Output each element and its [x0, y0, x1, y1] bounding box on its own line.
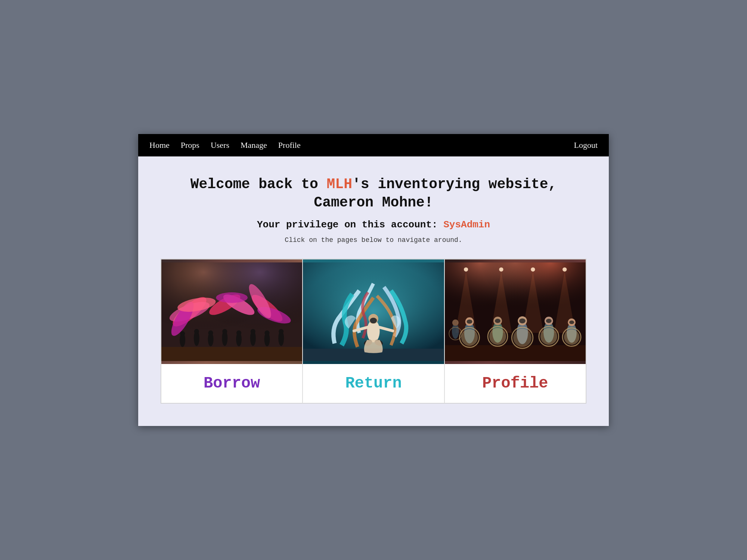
nav-props[interactable]: Props — [181, 140, 199, 150]
nav-hint: Click on the pages below to navigate aro… — [161, 236, 586, 244]
nav-logout[interactable]: Logout — [574, 140, 598, 150]
cards-grid: Borrow — [161, 259, 586, 404]
nav-profile[interactable]: Profile — [278, 140, 301, 150]
profile-card-image — [445, 259, 586, 364]
svg-point-78 — [564, 330, 580, 345]
privilege-value: SysAdmin — [443, 219, 490, 230]
profile-label: Profile — [445, 364, 586, 403]
svg-point-19 — [208, 330, 213, 335]
borrow-card-image — [161, 259, 302, 364]
main-content: Welcome back to MLH's inventorying websi… — [138, 156, 609, 426]
svg-rect-3 — [161, 347, 302, 361]
nav-users[interactable]: Users — [211, 140, 229, 150]
borrow-card[interactable]: Borrow — [161, 259, 303, 403]
svg-point-13 — [216, 293, 248, 303]
return-scene-svg — [303, 259, 444, 364]
svg-point-80 — [452, 320, 458, 326]
navbar: Home Props Users Manage Profile Logout — [138, 134, 609, 156]
svg-point-36 — [370, 318, 377, 323]
browser-window: Home Props Users Manage Profile Logout W… — [138, 134, 609, 426]
svg-point-23 — [236, 330, 241, 335]
privilege-line: Your privilege on this account: SysAdmin — [161, 219, 586, 230]
svg-point-66 — [519, 318, 526, 323]
nav-home[interactable]: Home — [149, 140, 170, 150]
privilege-prefix: Your privilege on this account: — [257, 219, 443, 230]
svg-point-73 — [540, 328, 557, 345]
svg-point-47 — [531, 268, 535, 272]
svg-point-17 — [194, 329, 199, 334]
return-card[interactable]: Return — [303, 259, 444, 403]
svg-point-71 — [546, 319, 551, 323]
borrow-scene-svg — [161, 259, 302, 364]
svg-point-25 — [251, 329, 255, 334]
svg-point-48 — [562, 268, 567, 272]
nav-manage[interactable]: Manage — [241, 140, 267, 150]
svg-point-27 — [264, 330, 269, 335]
nav-links: Home Props Users Manage Profile — [149, 140, 301, 150]
profile-card[interactable]: Profile — [444, 259, 586, 403]
svg-point-63 — [489, 328, 506, 345]
return-label: Return — [303, 364, 444, 403]
svg-point-46 — [499, 268, 503, 272]
svg-point-61 — [495, 319, 500, 323]
mlh-brand: MLH — [327, 176, 352, 192]
svg-point-76 — [569, 321, 574, 324]
welcome-prefix: Welcome back to — [190, 176, 327, 192]
logout-link[interactable]: Logout — [574, 140, 598, 150]
svg-point-45 — [464, 268, 468, 272]
welcome-heading: Welcome back to MLH's inventorying websi… — [161, 175, 586, 212]
borrow-label: Borrow — [161, 364, 302, 403]
return-card-image — [303, 259, 444, 364]
svg-point-58 — [461, 329, 478, 346]
svg-point-56 — [467, 320, 472, 324]
profile-scene-svg — [445, 259, 586, 364]
svg-point-15 — [180, 331, 185, 336]
svg-point-21 — [222, 329, 227, 334]
svg-point-29 — [279, 329, 283, 334]
svg-point-68 — [513, 329, 531, 347]
svg-rect-53 — [445, 345, 586, 361]
